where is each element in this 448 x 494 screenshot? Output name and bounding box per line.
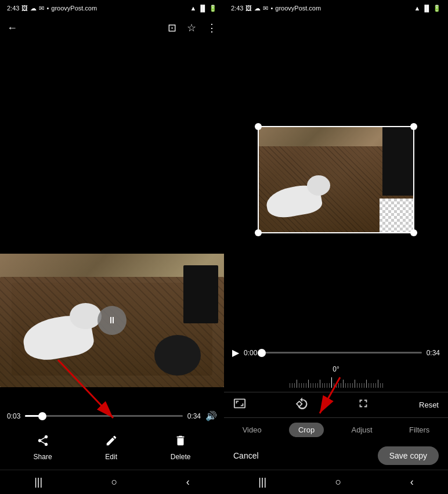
home-nav-icon-left[interactable]: ○ <box>111 476 118 488</box>
pause-icon: ⏸ <box>107 315 117 326</box>
right-status-left: 2:43 🖼 ☁ ✉ • groovyPost.com <box>231 5 321 12</box>
crop-handle-tr[interactable] <box>410 123 417 130</box>
photo-icon-right: 🖼 <box>245 5 252 12</box>
ruler-ticks <box>290 377 383 388</box>
right-bottom-nav: ||| ○ ‹ <box>224 470 448 494</box>
tab-bar: Video Crop Adjust Filters <box>224 417 448 441</box>
left-panel: 2:43 🖼 ☁ ✉ • groovyPost.com ▲ ▐▌ 🔋 ← ⊡ ☆… <box>0 0 224 494</box>
tab-filters[interactable]: Filters <box>400 423 439 437</box>
tick-2 <box>292 383 292 388</box>
bottom-action-row: Cancel Save copy <box>224 441 448 470</box>
tab-video[interactable]: Video <box>233 423 271 437</box>
tick-8 <box>306 383 306 388</box>
tab-crop[interactable]: Crop <box>289 423 324 437</box>
scrubber-track[interactable] <box>25 415 182 417</box>
tick-22 <box>341 383 341 388</box>
current-time-left: 0:03 <box>7 412 20 420</box>
crop-frame[interactable] <box>258 126 414 233</box>
crop-handle-bl[interactable] <box>255 229 262 236</box>
right-scrubber-track[interactable] <box>262 352 421 354</box>
right-panel: 2:43 🖼 ☁ ✉ • groovyPost.com ▲ ▐▌ 🔋 <box>224 0 448 494</box>
tick-17 <box>327 383 327 388</box>
tick-24 <box>345 383 346 388</box>
tick-12 <box>315 383 316 388</box>
edit-icon <box>105 434 118 450</box>
tick-33 <box>366 380 367 388</box>
share-label: Share <box>34 453 52 461</box>
delete-button[interactable]: Delete <box>171 434 191 461</box>
scrubber-row: 0:03 0:34 🔊 <box>7 410 217 421</box>
play-button-right[interactable]: ▶ <box>232 347 239 358</box>
cloud-icon: ☁ <box>30 5 37 12</box>
mail-icon-right: ✉ <box>263 5 268 12</box>
right-status-right: ▲ ▐▌ 🔋 <box>414 5 441 12</box>
signal-icon-right: ▐▌ <box>422 5 431 12</box>
crop-dog-head <box>307 175 330 196</box>
signal-icon-left: ▐▌ <box>198 5 207 12</box>
left-time: 2:43 <box>7 5 19 12</box>
rotation-ruler[interactable] <box>224 376 448 390</box>
reset-button[interactable]: Reset <box>419 401 439 409</box>
tick-37 <box>375 383 376 388</box>
aspect-ratio-tool[interactable] <box>233 397 246 413</box>
tick-11 <box>313 383 313 388</box>
scrubber-thumb[interactable] <box>38 412 46 420</box>
rotation-section: 0° <box>224 363 448 392</box>
left-status-right: ▲ ▐▌ 🔋 <box>190 5 217 12</box>
fullscreen-tool[interactable] <box>357 397 370 413</box>
tick-16 <box>324 383 325 388</box>
pause-button[interactable]: ⏸ <box>97 306 127 335</box>
tick-13 <box>317 383 318 388</box>
cancel-button[interactable]: Cancel <box>233 451 259 460</box>
menu-nav-icon-right[interactable]: ||| <box>258 476 266 488</box>
video-thumbnail[interactable]: ⏸ <box>0 254 224 387</box>
tick-28 <box>355 380 355 388</box>
total-time-left: 0:34 <box>187 412 201 420</box>
dog-head <box>70 303 102 329</box>
tick-27 <box>352 383 353 388</box>
back-nav-icon-right[interactable]: ‹ <box>410 476 414 488</box>
furniture <box>183 265 218 323</box>
edit-tools-row: Reset <box>224 392 448 417</box>
share-button[interactable]: Share <box>34 434 52 461</box>
crop-handle-tl[interactable] <box>255 123 262 130</box>
home-nav-icon-right[interactable]: ○ <box>335 476 342 488</box>
crop-dog-scene <box>258 126 414 233</box>
crop-furniture <box>382 126 414 196</box>
delete-label: Delete <box>171 453 191 461</box>
tick-4 <box>297 380 297 388</box>
tick-35 <box>371 383 371 388</box>
save-copy-button[interactable]: Save copy <box>378 446 439 465</box>
menu-nav-icon-left[interactable]: ||| <box>34 476 42 488</box>
rotate-tool[interactable] <box>295 397 308 413</box>
battery-icon-left: 🔋 <box>209 5 217 12</box>
tick-19 <box>334 383 334 388</box>
bookmark-icon[interactable]: ☆ <box>187 21 196 34</box>
volume-icon[interactable]: 🔊 <box>205 410 217 421</box>
tick-14 <box>320 380 320 388</box>
edit-button[interactable]: Edit <box>105 434 118 461</box>
tick-38 <box>378 380 378 388</box>
crop-image-container <box>258 126 414 233</box>
tick-29 <box>357 383 357 388</box>
tick-23 <box>343 380 344 388</box>
back-button[interactable]: ← <box>7 22 17 34</box>
playback-row: ▶ 0:00 0:34 <box>224 342 448 363</box>
right-scrubber-thumb[interactable] <box>258 349 266 357</box>
tab-adjust[interactable]: Adjust <box>342 423 381 437</box>
left-bottom-nav: ||| ○ ‹ <box>0 470 224 494</box>
tick-3 <box>294 383 295 388</box>
tick-31 <box>362 383 362 388</box>
right-video-area <box>224 16 448 342</box>
right-site-name: groovyPost.com <box>275 5 321 12</box>
cast-icon[interactable]: ⊡ <box>168 21 176 34</box>
back-nav-icon-left[interactable]: ‹ <box>186 476 190 488</box>
tick-6 <box>301 383 302 388</box>
crop-handle-br[interactable] <box>410 229 417 236</box>
rotation-degree: 0° <box>333 365 339 373</box>
total-time-right: 0:34 <box>427 349 440 357</box>
left-status-left: 2:43 🖼 ☁ ✉ • groovyPost.com <box>7 5 97 12</box>
more-options-icon[interactable]: ⋮ <box>207 21 217 34</box>
tick-7 <box>304 383 304 388</box>
left-nav-bar: ← ⊡ ☆ ⋮ <box>0 16 224 39</box>
